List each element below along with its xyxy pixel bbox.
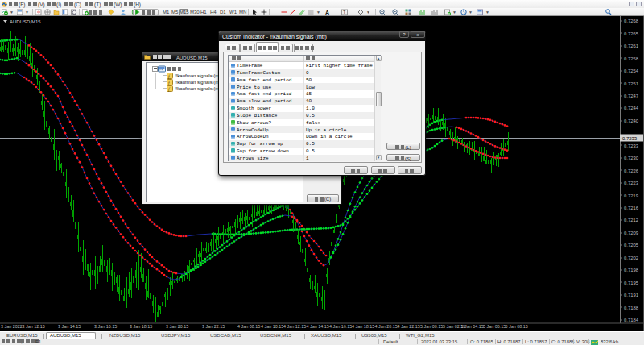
svg-text:0.7233: 0.7233 [624, 143, 639, 148]
svg-text:0.7226: 0.7226 [624, 168, 639, 173]
svg-text:0.7244: 0.7244 [624, 106, 639, 110]
svg-text:4 Jan 16:15: 4 Jan 16:15 [329, 324, 352, 329]
svg-text:4 Jan 20:15: 4 Jan 20:15 [375, 324, 398, 329]
svg-text:0.7195: 0.7195 [624, 281, 639, 285]
svg-text:0.7265: 0.7265 [624, 31, 639, 36]
svg-text:0.7202: 0.7202 [624, 256, 638, 260]
svg-text:4 Jan 22:15: 4 Jan 22:15 [398, 324, 420, 329]
svg-text:T: T [343, 10, 346, 15]
svg-text:3 Jan 12:15: 3 Jan 12:15 [23, 324, 45, 329]
svg-text:4 Jan 18:15: 4 Jan 18:15 [352, 324, 374, 329]
svg-text:AUDUSD,M15: AUDUSD,M15 [10, 19, 41, 24]
svg-text:0.7261: 0.7261 [624, 44, 638, 48]
svg-text:4 Jan 14:15: 4 Jan 14:15 [307, 324, 329, 329]
svg-text:5 Jan 08:15: 5 Jan 08:15 [506, 324, 528, 329]
svg-text:3 Jan 16:15: 3 Jan 16:15 [94, 324, 117, 329]
svg-text:0.7184: 0.7184 [624, 318, 639, 322]
svg-text:3 Jan 20:15: 3 Jan 20:15 [166, 324, 188, 329]
svg-text:5 Jan 04:15: 5 Jan 04:15 [461, 324, 484, 329]
svg-text:5 Jan 06:15: 5 Jan 06:15 [483, 324, 506, 329]
svg-text:0.7212: 0.7212 [624, 218, 638, 222]
svg-text:3 Jan 22:15: 3 Jan 22:15 [202, 324, 225, 329]
svg-text:0.7209: 0.7209 [624, 231, 638, 235]
svg-text:0.7198: 0.7198 [624, 268, 639, 272]
svg-text:0.7251: 0.7251 [624, 81, 638, 86]
svg-text:0.7233: 0.7233 [622, 136, 638, 141]
svg-text:3 Jan 18:15: 3 Jan 18:15 [130, 324, 152, 329]
svg-text:0.7247: 0.7247 [624, 94, 638, 98]
svg-text:0.7205: 0.7205 [624, 243, 639, 247]
svg-text:4 Jan 10:15: 4 Jan 10:15 [261, 324, 283, 329]
svg-text:5 Jan 00:15: 5 Jan 00:15 [420, 324, 443, 329]
svg-text:0.7240: 0.7240 [624, 118, 639, 123]
svg-text:0.7219: 0.7219 [624, 193, 638, 198]
svg-text:0.7216: 0.7216 [624, 206, 639, 210]
svg-text:0.7223: 0.7223 [624, 181, 639, 185]
svg-text:4 Jan 08:15: 4 Jan 08:15 [237, 324, 260, 329]
svg-text:0.7188: 0.7188 [624, 306, 639, 310]
svg-text:0.7230: 0.7230 [624, 156, 639, 160]
svg-text:3 Jan 2022: 3 Jan 2022 [1, 324, 23, 329]
svg-text:0.7254: 0.7254 [624, 69, 639, 73]
svg-text:3 Jan 14:15: 3 Jan 14:15 [58, 324, 80, 329]
svg-text:0.7268: 0.7268 [624, 19, 639, 23]
svg-text:0.7191: 0.7191 [624, 293, 638, 297]
svg-text:4 Jan 12:15: 4 Jan 12:15 [283, 324, 306, 329]
svg-text:0.7258: 0.7258 [624, 56, 639, 61]
